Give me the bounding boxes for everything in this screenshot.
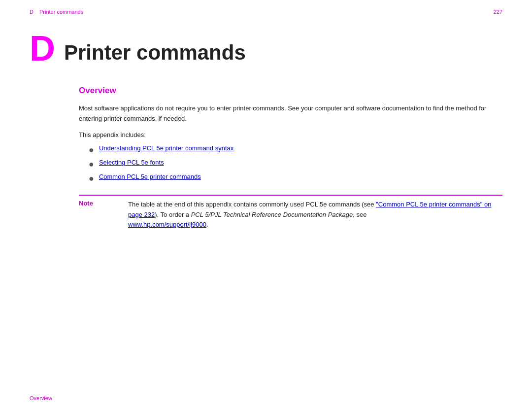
note-label: Note xyxy=(79,200,128,230)
bullet-item-3: ● Common PCL 5e printer commands xyxy=(89,173,502,184)
note-text-before-link: The table at the end of this appendix co… xyxy=(128,201,376,208)
bullet-list: ● Understanding PCL 5e printer command s… xyxy=(89,144,502,185)
bullet-dot-2: ● xyxy=(89,159,94,170)
bullet-link-2[interactable]: Selecting PCL 5e fonts xyxy=(99,159,164,166)
header-chapter-title: Printer commands xyxy=(39,9,83,15)
note-text-end: . xyxy=(206,221,208,228)
bullet-dot-3: ● xyxy=(89,173,94,184)
main-content: D Printer commands Overview Most softwar… xyxy=(0,20,532,240)
note-content: The table at the end of this appendix co… xyxy=(128,200,502,230)
header-page-number: 227 xyxy=(494,9,502,15)
note-text-after-italic: , see xyxy=(353,211,366,218)
chapter-letter: D xyxy=(30,31,55,66)
chapter-heading: D Printer commands xyxy=(30,34,502,66)
bullet-link-3[interactable]: Common PCL 5e printer commands xyxy=(99,173,201,180)
header-left: D Printer commands xyxy=(30,9,83,15)
note-italic-text: PCL 5/PJL Technical Reference Documentat… xyxy=(191,211,353,218)
appendix-intro-text: This appendix includes: xyxy=(79,131,502,138)
note-link-2[interactable]: www.hp.com/support/lj9000 xyxy=(128,221,206,228)
overview-body-paragraph: Most software applications do not requir… xyxy=(79,103,502,124)
page-container: D Printer commands 227 D Printer command… xyxy=(0,0,532,411)
footer-text: Overview xyxy=(30,395,52,401)
bullet-item-1: ● Understanding PCL 5e printer command s… xyxy=(89,144,502,156)
footer-bar: Overview xyxy=(30,395,502,401)
chapter-title: Printer commands xyxy=(64,34,246,64)
note-section: Note The table at the end of this append… xyxy=(79,195,502,230)
bullet-dot-1: ● xyxy=(89,144,94,156)
bullet-item-2: ● Selecting PCL 5e fonts xyxy=(89,159,502,170)
bullet-link-1[interactable]: Understanding PCL 5e printer command syn… xyxy=(99,144,233,152)
overview-heading: Overview xyxy=(79,86,502,96)
header-chapter-letter: D xyxy=(30,9,33,15)
header-bar: D Printer commands 227 xyxy=(0,0,532,20)
note-text-after-link1: ). To order a xyxy=(155,211,191,218)
